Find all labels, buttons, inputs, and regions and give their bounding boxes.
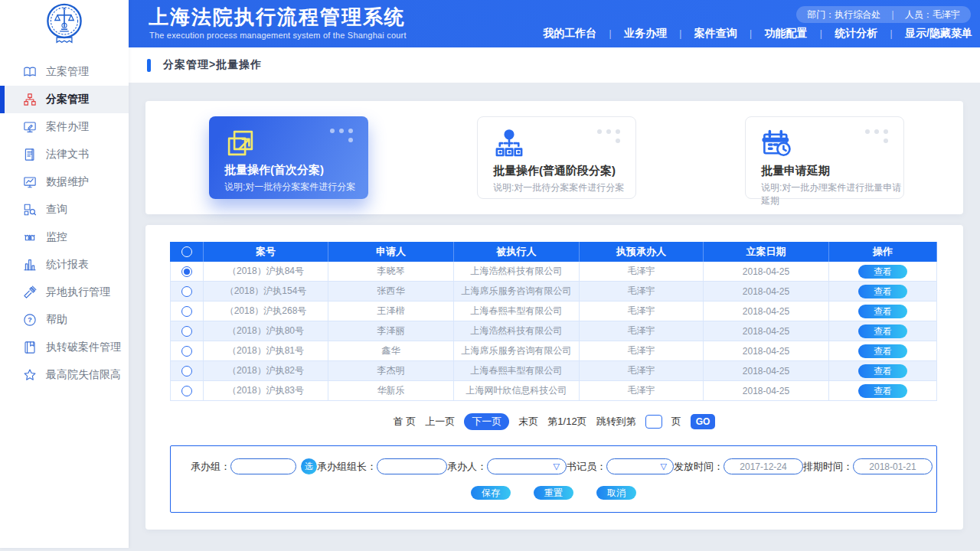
breadcrumb-accent-bar <box>147 59 151 72</box>
sidebar-item-legal-documents[interactable]: 法律文书 <box>0 141 129 168</box>
sidebar-item-statistics-report[interactable]: 统计报表 <box>0 251 129 279</box>
gavel-icon <box>23 285 37 299</box>
radio-cell <box>170 282 204 302</box>
svg-text:?: ? <box>28 316 32 324</box>
nav-item-0[interactable]: 我的工作台 <box>543 27 596 41</box>
more-dots-icon <box>330 127 356 144</box>
radio-cell <box>170 321 204 341</box>
table-header-cell: 操作 <box>829 242 937 262</box>
action-cell: 查看 <box>829 321 937 341</box>
cell-applicant: 李晓琴 <box>328 262 454 282</box>
cell-date: 2018-04-25 <box>704 282 829 302</box>
pill-divider: ｜ <box>888 8 897 21</box>
undertake-group-label: 承办组： <box>191 460 230 474</box>
sidebar-item-data-maintenance[interactable]: 数据维护 <box>0 168 129 196</box>
sidebar-item-label: 帮助 <box>46 313 67 327</box>
sidebar-item-label: 异地执行管理 <box>46 285 110 299</box>
cell-case_no: （2018）沪执268号 <box>204 302 328 321</box>
row-radio[interactable] <box>181 326 192 337</box>
radio-cell <box>170 341 204 361</box>
row-radio[interactable] <box>181 266 192 277</box>
cell-date: 2018-04-25 <box>704 381 829 401</box>
sidebar-item-monitoring[interactable]: 监控 <box>0 223 129 251</box>
undertaker-select[interactable]: ▽ <box>487 458 567 474</box>
nav-item-5[interactable]: 显示/隐藏菜单 <box>905 27 972 41</box>
app-header: 上海法院执行流程管理系统 The execution process manag… <box>129 0 980 47</box>
view-button[interactable]: 查看 <box>858 324 907 338</box>
card-description: 说明:对一批办理案件进行批量申请延期 <box>761 181 903 207</box>
cell-case_no: （2018）沪执82号 <box>204 361 328 381</box>
cell-officer: 毛泽宇 <box>580 381 704 401</box>
form-fields-row: 承办组：选承办组组长：承办人：▽书记员：▽发放时间：排期时间： <box>171 458 936 474</box>
view-button[interactable]: 查看 <box>858 364 907 378</box>
row-radio[interactable] <box>181 386 192 396</box>
card-title: 批量操作(普通阶段分案) <box>493 164 616 178</box>
nav-item-3[interactable]: 功能配置 <box>765 27 808 41</box>
card-batch-normal-assignment[interactable]: 批量操作(普通阶段分案)说明:对一批待分案案件进行分案 <box>477 116 636 199</box>
reset-button[interactable]: 重置 <box>534 486 573 500</box>
group-leader-input[interactable] <box>377 458 447 474</box>
sidebar-item-label: 法律文书 <box>46 148 89 161</box>
sidebar-item-help[interactable]: ?帮助 <box>0 306 129 334</box>
view-button[interactable]: 查看 <box>858 265 907 279</box>
nav-item-2[interactable]: 案件查询 <box>694 27 737 41</box>
cell-officer: 毛泽宇 <box>580 282 704 302</box>
cell-date: 2018-04-25 <box>704 262 829 282</box>
issue-date-input[interactable] <box>724 458 803 474</box>
view-button[interactable]: 查看 <box>858 285 907 298</box>
cell-executee: 上海网叶欣信息科技公司 <box>454 381 580 401</box>
page-first-link[interactable]: 首 页 <box>394 415 416 429</box>
sidebar-item-supreme-court-blacklist[interactable]: 最高院失信限高 <box>0 361 129 389</box>
page-next-link[interactable]: 下一页 <box>464 413 509 430</box>
cell-applicant: 李泽丽 <box>328 321 454 341</box>
radio-cell <box>170 262 204 282</box>
table-header-cell: 被执行人 <box>454 242 580 262</box>
star-icon <box>23 368 37 382</box>
table-row: （2018）沪执154号张西华上海席乐服务咨询有限公司毛泽宇2018-04-25… <box>170 282 937 302</box>
undertake-group-input[interactable] <box>230 458 296 474</box>
cell-officer: 毛泽宇 <box>580 262 704 282</box>
table-header-cell: 执预承办人 <box>580 242 704 262</box>
page-last-link[interactable]: 末页 <box>518 415 538 429</box>
row-radio[interactable] <box>181 286 192 297</box>
cell-officer: 毛泽宇 <box>580 302 704 321</box>
cancel-button[interactable]: 取消 <box>596 486 636 500</box>
card-batch-first-assignment[interactable]: 批量操作(首次分案)说明:对一批待分案案件进行分案 <box>209 116 368 199</box>
nav-item-1[interactable]: 业务办理 <box>624 27 667 41</box>
pagination: 首 页上一页下一页末页第1/12页跳转到第页GO <box>145 413 963 430</box>
save-button[interactable]: 保存 <box>471 486 511 500</box>
clerk-select[interactable]: ▽ <box>606 458 674 474</box>
pick-group-button[interactable]: 选 <box>301 458 317 474</box>
view-button[interactable]: 查看 <box>858 305 907 318</box>
bookmark-icon <box>23 341 37 354</box>
sidebar-item-case-assignment[interactable]: 分案管理 <box>0 86 129 113</box>
schedule-date-label: 排期时间： <box>803 460 853 474</box>
card-description: 说明:对一批待分案案件进行分案 <box>493 181 624 194</box>
cell-executee: 上海浩然科技有限公司 <box>454 262 580 282</box>
sidebar-item-case-filing[interactable]: 立案管理 <box>0 58 129 86</box>
nav-divider: ｜ <box>887 28 896 41</box>
sidebar-item-query[interactable]: 查询 <box>0 196 129 223</box>
view-button[interactable]: 查看 <box>858 344 907 358</box>
view-button[interactable]: 查看 <box>858 384 907 398</box>
radio-all-icon[interactable] <box>181 246 192 257</box>
cell-executee: 上海席乐服务咨询有限公司 <box>454 282 580 302</box>
row-radio[interactable] <box>181 346 192 357</box>
data-chart-icon <box>23 175 37 189</box>
row-radio[interactable] <box>181 366 192 377</box>
page-jump-input[interactable] <box>645 415 662 429</box>
calendar-clock-icon <box>761 128 793 160</box>
card-batch-extension[interactable]: 批量申请延期说明:对一批办理案件进行批量申请延期 <box>745 116 904 199</box>
nav-divider: ｜ <box>606 28 615 41</box>
schedule-date-input[interactable] <box>853 458 933 474</box>
sidebar-item-bankruptcy-cases[interactable]: 执转破案件管理 <box>0 334 129 361</box>
sidebar-item-case-handling[interactable]: 案件办理 <box>0 113 129 141</box>
dot <box>606 129 611 134</box>
row-radio[interactable] <box>181 306 192 317</box>
sidebar-item-remote-execution[interactable]: 异地执行管理 <box>0 279 129 306</box>
cell-case_no: （2018）沪执81号 <box>204 341 328 361</box>
page-prev-link[interactable]: 上一页 <box>425 415 455 429</box>
table-row: （2018）沪执80号李泽丽上海浩然科技有限公司毛泽宇2018-04-25查看 <box>170 321 937 341</box>
go-button[interactable]: GO <box>691 414 716 429</box>
nav-item-4[interactable]: 统计分析 <box>835 27 877 41</box>
